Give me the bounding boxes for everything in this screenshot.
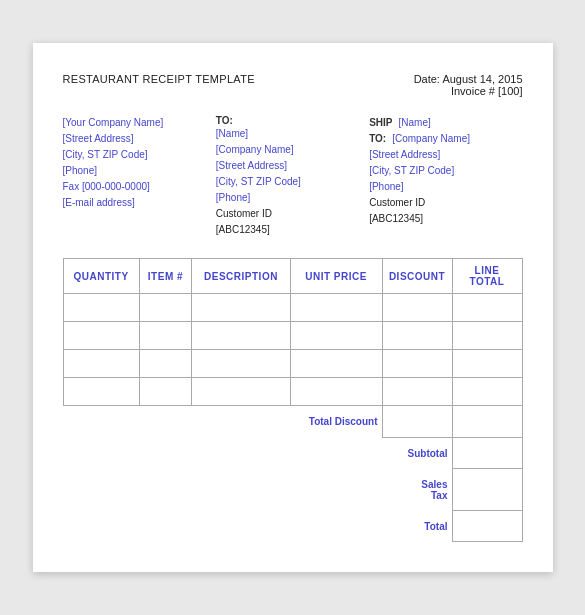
- header-section: RESTAURANT RECEIPT TEMPLATE Date: August…: [63, 73, 523, 97]
- ship-city: [City, ST ZIP Code]: [369, 163, 514, 179]
- invoice-line: Invoice # [100]: [414, 85, 523, 97]
- cell: [452, 322, 522, 350]
- to-name: [Name]: [216, 126, 361, 142]
- sales-tax-value: [452, 469, 522, 511]
- ship-company: [Company Name]: [392, 131, 470, 147]
- invoice-label: Invoice #: [451, 85, 495, 97]
- table-header-row: QUANTITY ITEM # DESCRIPTION UNIT PRICE D…: [63, 259, 522, 294]
- to-phone: [Phone]: [216, 190, 361, 206]
- from-column: [Your Company Name] [Street Address] [Ci…: [63, 115, 216, 238]
- to-customer-id-label: Customer ID: [216, 206, 361, 222]
- date-value: August 14, 2015: [442, 73, 522, 85]
- ship-phone: [Phone]: [369, 179, 514, 195]
- cell: [290, 378, 382, 406]
- date-line: Date: August 14, 2015: [414, 73, 523, 85]
- total-row: Total: [63, 511, 522, 542]
- ship-column: SHIP [Name] TO: [Company Name] [Street A…: [369, 115, 522, 238]
- subtotal-row: Subtotal: [63, 437, 522, 469]
- cell: [63, 350, 139, 378]
- col-quantity: QUANTITY: [63, 259, 139, 294]
- ship-to-label: TO:: [369, 133, 386, 144]
- from-city: [City, ST ZIP Code]: [63, 147, 208, 163]
- address-section: [Your Company Name] [Street Address] [Ci…: [63, 115, 523, 238]
- items-table: QUANTITY ITEM # DESCRIPTION UNIT PRICE D…: [63, 258, 523, 542]
- table-row: [63, 378, 522, 406]
- subtotal-label: Subtotal: [382, 437, 452, 469]
- empty-cell: [63, 511, 382, 542]
- cell: [139, 378, 192, 406]
- sales-label: Sales Tax: [382, 469, 452, 511]
- ship-name: [Name]: [399, 115, 431, 131]
- col-unit-price: UNIT PRICE: [290, 259, 382, 294]
- cell: [382, 322, 452, 350]
- invoice-value: [100]: [498, 85, 522, 97]
- empty-cell: [63, 469, 382, 511]
- sales-tax-row: Sales Tax: [63, 469, 522, 511]
- to-street: [Street Address]: [216, 158, 361, 174]
- cell: [192, 378, 290, 406]
- cell: [452, 378, 522, 406]
- to-city: [City, ST ZIP Code]: [216, 174, 361, 190]
- table-row: [63, 294, 522, 322]
- cell: [290, 350, 382, 378]
- cell: [139, 350, 192, 378]
- cell: [290, 322, 382, 350]
- from-fax: Fax [000-000-0000]: [63, 179, 208, 195]
- table-row: [63, 350, 522, 378]
- cell: [290, 294, 382, 322]
- cell: [139, 322, 192, 350]
- from-company: [Your Company Name]: [63, 115, 208, 131]
- ship-customer-id: [ABC12345]: [369, 211, 514, 227]
- col-discount: DISCOUNT: [382, 259, 452, 294]
- empty-cell: [63, 406, 290, 438]
- cell: [382, 350, 452, 378]
- to-label: TO:: [216, 115, 361, 126]
- tax-text: Tax: [386, 490, 448, 501]
- total-label: Total: [382, 511, 452, 542]
- to-company: [Company Name]: [216, 142, 361, 158]
- cell: [63, 378, 139, 406]
- from-email: [E-mail address]: [63, 195, 208, 211]
- cell: [63, 322, 139, 350]
- to-customer-id: [ABC12345]: [216, 222, 361, 238]
- receipt-page: RESTAURANT RECEIPT TEMPLATE Date: August…: [33, 43, 553, 572]
- total-value: [452, 511, 522, 542]
- sales-text: Sales: [386, 479, 448, 490]
- total-discount-row: Total Discount: [63, 406, 522, 438]
- from-phone: [Phone]: [63, 163, 208, 179]
- empty-cell: [63, 437, 382, 469]
- cell: [452, 294, 522, 322]
- subtotal-value: [452, 437, 522, 469]
- total-discount-line: [452, 406, 522, 438]
- ship-header: SHIP [Name]: [369, 115, 514, 131]
- table-row: [63, 322, 522, 350]
- ship-street: [Street Address]: [369, 147, 514, 163]
- template-title: RESTAURANT RECEIPT TEMPLATE: [63, 73, 255, 85]
- header-right: Date: August 14, 2015 Invoice # [100]: [414, 73, 523, 97]
- cell: [382, 378, 452, 406]
- cell: [452, 350, 522, 378]
- total-discount-label: Total Discount: [290, 406, 382, 438]
- cell: [139, 294, 192, 322]
- from-street: [Street Address]: [63, 131, 208, 147]
- total-discount-value: [382, 406, 452, 438]
- date-label: Date:: [414, 73, 440, 85]
- cell: [192, 322, 290, 350]
- cell: [192, 294, 290, 322]
- col-line-total: LINE TOTAL: [452, 259, 522, 294]
- col-description: DESCRIPTION: [192, 259, 290, 294]
- ship-customer-id-label: Customer ID: [369, 195, 514, 211]
- cell: [192, 350, 290, 378]
- col-item: ITEM #: [139, 259, 192, 294]
- cell: [63, 294, 139, 322]
- ship-label: SHIP: [369, 117, 392, 128]
- cell: [382, 294, 452, 322]
- to-column: TO: [Name] [Company Name] [Street Addres…: [216, 115, 369, 238]
